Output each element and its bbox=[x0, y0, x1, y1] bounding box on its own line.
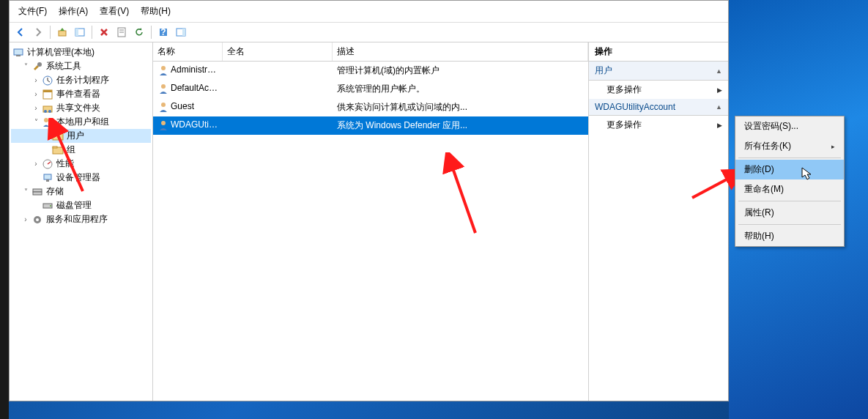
navigation-tree[interactable]: 计算机管理(本地) ˅ 系统工具 › 任务计划程序 › 事件查看器 › 共享文件… bbox=[10, 42, 153, 401]
tree-label: 共享文件夹 bbox=[56, 102, 100, 114]
column-description[interactable]: 描述 bbox=[333, 42, 588, 61]
ctx-all-tasks[interactable]: 所有任务(K) ▸ bbox=[735, 136, 844, 156]
actions-section-users[interactable]: 用户 ▲ bbox=[589, 62, 728, 81]
user-icon bbox=[157, 101, 169, 113]
back-button[interactable] bbox=[12, 24, 29, 40]
user-row[interactable]: Guest供来宾访问计算机或访问域的内... bbox=[153, 98, 588, 116]
tree-root[interactable]: 计算机管理(本地) bbox=[11, 45, 151, 59]
refresh-button[interactable] bbox=[131, 24, 147, 40]
menu-view[interactable]: 查看(V) bbox=[94, 2, 135, 21]
submenu-arrow-icon: ▶ bbox=[717, 86, 722, 94]
ctx-properties[interactable]: 属性(R) bbox=[735, 203, 844, 223]
spacer bbox=[42, 146, 51, 155]
collapse-icon[interactable]: ˅ bbox=[21, 188, 30, 196]
spacer bbox=[42, 132, 51, 141]
properties-button[interactable] bbox=[114, 24, 130, 40]
svg-rect-10 bbox=[14, 49, 23, 55]
tree-label: 本地用户和组 bbox=[56, 116, 109, 128]
user-name: Guest bbox=[171, 101, 194, 111]
svg-rect-29 bbox=[33, 192, 42, 195]
expand-icon[interactable]: › bbox=[31, 104, 40, 113]
svg-point-20 bbox=[48, 119, 52, 122]
svg-text:?: ? bbox=[160, 27, 166, 37]
tree-services-apps[interactable]: › 服务和应用程序 bbox=[11, 212, 151, 226]
svg-point-36 bbox=[161, 103, 166, 107]
tree-performance[interactable]: › 性能 bbox=[11, 157, 151, 171]
left-dark-bar bbox=[0, 0, 9, 419]
svg-point-37 bbox=[161, 121, 166, 125]
performance-icon bbox=[42, 158, 53, 170]
up-button[interactable] bbox=[54, 24, 70, 40]
tree-event-viewer[interactable]: › 事件查看器 bbox=[11, 87, 151, 101]
show-hide-tree-button[interactable] bbox=[72, 24, 88, 40]
tree-label: 性能 bbox=[56, 157, 74, 170]
list-header: 名称 全名 描述 bbox=[153, 42, 588, 62]
user-rows-container: Administrat...管理计算机(域)的内置帐户DefaultAcc...… bbox=[153, 62, 588, 135]
tree-label: 服务和应用程序 bbox=[46, 213, 108, 226]
help-button[interactable]: ? bbox=[155, 24, 171, 40]
expand-icon[interactable]: › bbox=[21, 215, 30, 224]
expand-icon[interactable]: › bbox=[31, 160, 40, 168]
tree-device-manager[interactable]: 设备管理器 bbox=[11, 171, 151, 185]
collapse-icon[interactable]: ˅ bbox=[31, 118, 40, 127]
delete-button[interactable] bbox=[96, 24, 112, 40]
expand-icon[interactable]: › bbox=[31, 90, 40, 99]
menubar: 文件(F) 操作(A) 查看(V) 帮助(H) bbox=[10, 1, 728, 23]
column-fullname[interactable]: 全名 bbox=[223, 42, 333, 61]
user-row[interactable]: WDAGUtilit...系统为 Windows Defender 应用... bbox=[153, 116, 588, 135]
svg-rect-22 bbox=[53, 133, 57, 134]
ctx-set-password[interactable]: 设置密码(S)... bbox=[735, 116, 844, 136]
svg-rect-15 bbox=[43, 90, 52, 92]
ctx-rename[interactable]: 重命名(M) bbox=[735, 179, 844, 199]
event-icon bbox=[42, 89, 53, 100]
collapse-icon: ▲ bbox=[716, 103, 722, 111]
menu-file[interactable]: 文件(F) bbox=[12, 2, 53, 21]
user-icon bbox=[157, 64, 169, 76]
actions-section-account[interactable]: WDAGUtilityAccount ▲ bbox=[589, 99, 728, 116]
user-icon bbox=[157, 83, 169, 94]
ctx-help[interactable]: 帮助(H) bbox=[735, 226, 844, 246]
context-menu: 设置密码(S)... 所有任务(K) ▸ 删除(D) 重命名(M) 属性(R) … bbox=[735, 116, 845, 247]
svg-point-34 bbox=[161, 66, 166, 70]
services-icon bbox=[31, 214, 43, 226]
tree-task-scheduler[interactable]: › 任务计划程序 bbox=[11, 73, 151, 87]
toolbar-separator bbox=[151, 26, 152, 39]
clock-icon bbox=[42, 75, 53, 86]
tree-groups[interactable]: 组 bbox=[11, 143, 151, 157]
ctx-delete[interactable]: 删除(D) bbox=[735, 160, 844, 179]
tree-disk-management[interactable]: 磁盘管理 bbox=[11, 199, 151, 212]
collapse-icon: ▲ bbox=[716, 67, 722, 75]
menu-action[interactable]: 操作(A) bbox=[53, 2, 94, 21]
toolbar-separator bbox=[92, 26, 92, 39]
forward-button[interactable] bbox=[30, 24, 46, 40]
ctx-label: 重命名(M) bbox=[744, 183, 784, 196]
tree-shared-folders[interactable]: › 共享文件夹 bbox=[11, 101, 151, 115]
ctx-separator bbox=[738, 157, 841, 158]
collapse-icon[interactable]: ˅ bbox=[21, 62, 30, 71]
tree-system-tools[interactable]: ˅ 系统工具 bbox=[11, 59, 151, 73]
tree-local-users-groups[interactable]: ˅ 本地用户和组 bbox=[11, 115, 151, 129]
expand-icon[interactable]: › bbox=[31, 76, 40, 85]
actions-more-1[interactable]: 更多操作 ▶ bbox=[589, 81, 728, 99]
tree-label: 组 bbox=[67, 144, 75, 156]
user-row[interactable]: DefaultAcc...系统管理的用户帐户。 bbox=[153, 80, 588, 98]
tree-users[interactable]: 用户 bbox=[11, 129, 151, 143]
folder-icon bbox=[52, 144, 64, 156]
tree-storage[interactable]: ˅ 存储 bbox=[11, 185, 151, 199]
actions-title: 操作 bbox=[589, 42, 728, 62]
annotation-arrow bbox=[439, 152, 490, 240]
tree-label: 任务计划程序 bbox=[56, 74, 109, 86]
user-fullname-cell bbox=[223, 63, 333, 78]
svg-point-31 bbox=[50, 205, 51, 207]
submenu-arrow-icon: ▸ bbox=[831, 143, 835, 150]
menu-help[interactable]: 帮助(H) bbox=[135, 2, 177, 21]
column-name[interactable]: 名称 bbox=[153, 42, 223, 61]
tools-icon bbox=[31, 61, 43, 73]
show-hide-action-button[interactable] bbox=[173, 24, 189, 40]
shared-folder-icon bbox=[42, 103, 53, 114]
user-fullname-cell bbox=[223, 100, 333, 115]
ctx-label: 帮助(H) bbox=[744, 230, 774, 242]
svg-rect-24 bbox=[53, 147, 57, 148]
actions-more-2[interactable]: 更多操作 ▶ bbox=[589, 116, 728, 134]
user-row[interactable]: Administrat...管理计算机(域)的内置帐户 bbox=[153, 62, 588, 80]
